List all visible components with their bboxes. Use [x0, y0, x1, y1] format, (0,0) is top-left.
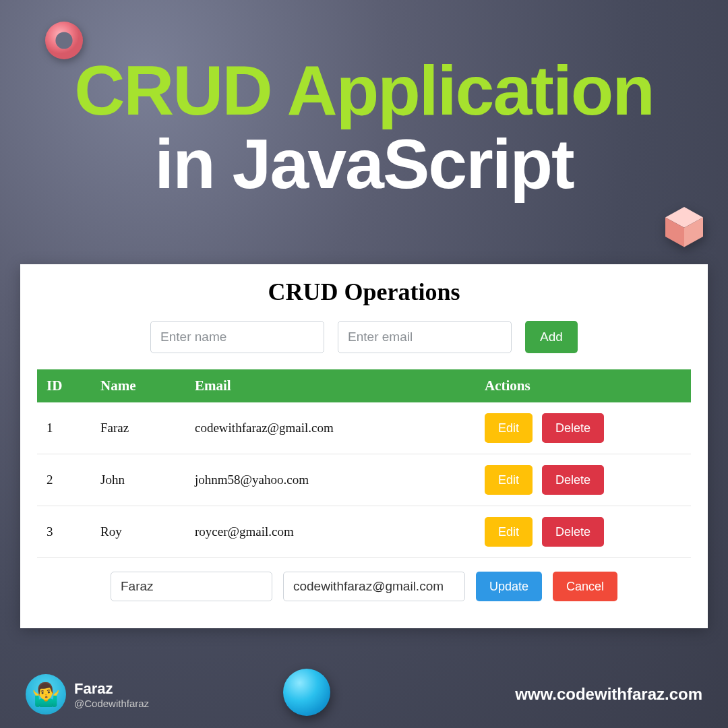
avatar: 🤷‍♂️ [26, 674, 66, 715]
edit-email-input[interactable] [283, 572, 465, 601]
delete-button[interactable]: Delete [542, 465, 604, 495]
header-id: ID [37, 369, 91, 402]
header-actions: Actions [475, 369, 691, 402]
donut-icon [40, 17, 88, 64]
hero-line1: CRUD Application [0, 54, 728, 127]
author-name: Faraz [74, 680, 149, 698]
table-row: 2 John johnm58@yahoo.com Edit Delete [37, 454, 691, 506]
table-row: 1 Faraz codewithfaraz@gmail.com Edit Del… [37, 402, 691, 454]
cell-id: 1 [37, 402, 91, 454]
header-name: Name [91, 369, 185, 402]
delete-button[interactable]: Delete [542, 517, 604, 547]
svg-point-1 [55, 32, 72, 49]
edit-button[interactable]: Edit [485, 413, 533, 443]
footer: 🤷‍♂️ Faraz @Codewithfaraz www.codewithfa… [0, 674, 728, 715]
add-form: Add [37, 321, 691, 353]
cell-name: Faraz [91, 402, 185, 454]
site-url[interactable]: www.codewithfaraz.com [515, 685, 702, 704]
header-email: Email [185, 369, 475, 402]
hero-title: CRUD Application in JavaScript [0, 0, 728, 201]
app-title: CRUD Operations [37, 278, 691, 306]
edit-button[interactable]: Edit [485, 517, 533, 547]
add-button[interactable]: Add [525, 321, 578, 353]
name-input[interactable] [150, 321, 324, 353]
table-row: 3 Roy roycer@gmail.com Edit Delete [37, 506, 691, 558]
data-table: ID Name Email Actions 1 Faraz codewithfa… [37, 369, 691, 558]
cell-name: Roy [91, 506, 185, 558]
cancel-button[interactable]: Cancel [553, 572, 617, 601]
cell-email: johnm58@yahoo.com [185, 454, 475, 506]
cell-email: roycer@gmail.com [185, 506, 475, 558]
app-card: CRUD Operations Add ID Name Email Action… [20, 264, 708, 628]
cell-email: codewithfaraz@gmail.com [185, 402, 475, 454]
author-handle: @Codewithfaraz [74, 698, 149, 709]
cell-id: 2 [37, 454, 91, 506]
author-block: 🤷‍♂️ Faraz @Codewithfaraz [26, 674, 149, 715]
cell-id: 3 [37, 506, 91, 558]
hero-line2: in JavaScript [0, 127, 728, 201]
cell-name: John [91, 454, 185, 506]
cube-icon [661, 202, 708, 249]
email-input[interactable] [338, 321, 512, 353]
edit-form: Update Cancel [37, 572, 691, 601]
edit-button[interactable]: Edit [485, 465, 533, 495]
update-button[interactable]: Update [476, 572, 542, 601]
table-header-row: ID Name Email Actions [37, 369, 691, 402]
delete-button[interactable]: Delete [542, 413, 604, 443]
edit-name-input[interactable] [111, 572, 272, 601]
